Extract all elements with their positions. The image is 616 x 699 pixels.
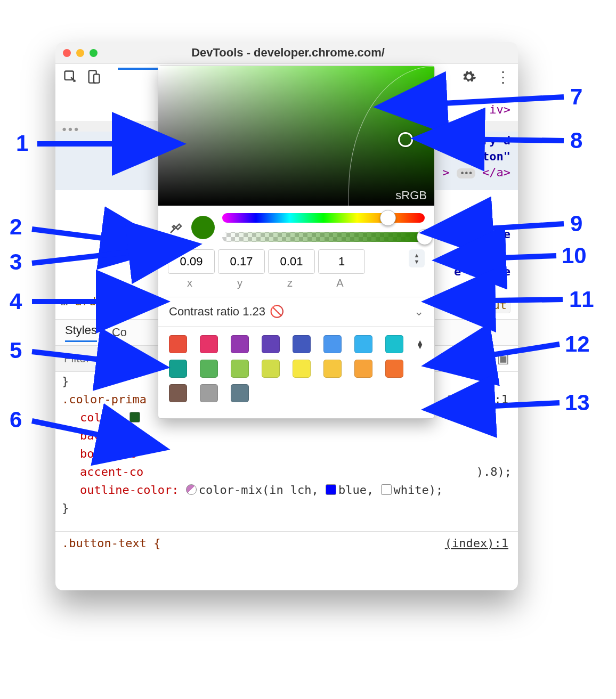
palette-swatch[interactable] [323,335,342,353]
channel-z-input[interactable] [268,249,315,274]
callout-9: 9 [570,211,582,237]
callout-7: 7 [570,84,582,110]
callout-3: 3 [10,249,22,275]
channel-values: x y z A ▲▼ [158,249,434,297]
diagram-stage: DevTools - developer.chrome.com/ ⋮ iv> r… [0,0,616,699]
color-mix-chip[interactable] [186,484,197,495]
eyedropper-icon[interactable] [168,220,184,235]
tab-computed[interactable]: Co [112,326,127,339]
palette-swatch[interactable] [231,384,249,402]
css-prop[interactable]: backgr [80,429,122,442]
css-selector[interactable]: .button-text { [62,537,160,550]
palette-swatch[interactable] [262,335,280,353]
palette-swatch[interactable] [169,384,187,402]
format-stepper[interactable]: ▲▼ [409,249,425,267]
contrast-row[interactable]: Contrast ratio 1.23 🚫 ⌄ [158,297,434,326]
palette-stepper[interactable]: ▲▼ [416,340,424,348]
shade-field[interactable]: sRGB [158,66,434,206]
hue-slider[interactable] [222,213,425,223]
hover-icon[interactable]: ⊕ [477,351,488,366]
devtools-window: DevTools - developer.chrome.com/ ⋮ iv> r… [55,42,518,590]
palette-swatch[interactable] [231,335,249,353]
code-snippet: e rounde [454,265,510,278]
callout-11: 11 [569,287,594,312]
hue-thumb[interactable] [380,210,396,226]
css-prop[interactable]: border-c [80,447,136,460]
code-snippet: e rounde [454,227,510,241]
palette-row [169,360,424,378]
callout-5: 5 [10,338,22,363]
palette-swatch[interactable] [354,335,372,353]
palette-swatch[interactable] [323,360,342,378]
palette-swatch[interactable] [293,335,311,353]
code-snippet: out [482,297,510,313]
palette-swatch[interactable] [385,335,403,353]
channel-y-input[interactable] [218,249,265,274]
source-link[interactable]: (index):1 [445,391,508,409]
gamut-boundary [348,66,434,206]
ellipsis-icon: ••• [61,123,79,136]
chevron-down-icon[interactable]: ⌄ [414,305,424,319]
css-prop[interactable]: accent-co [80,465,143,478]
css-selector[interactable]: .color-prima [62,393,147,406]
callout-10: 10 [562,243,587,269]
css-prop[interactable]: outline-color: [80,483,179,497]
callout-8: 8 [570,128,582,153]
callout-1: 1 [16,131,28,156]
toggle-classes-icon[interactable]: ▣ [497,351,509,366]
kebab-icon[interactable]: ⋮ [496,68,510,86]
palette-row [169,384,424,402]
palette-swatch[interactable] [262,360,280,378]
code-snippet: > ••• </a> [442,166,510,179]
source-link[interactable]: (index):1 [445,534,508,552]
callout-6: 6 [10,407,22,433]
contrast-fail-icon: 🚫 [270,305,284,319]
palette-swatch[interactable] [200,360,218,378]
current-color-swatch [191,216,215,239]
rule-divider [55,531,518,532]
callout-2: 2 [10,214,22,240]
filter-input[interactable] [55,346,168,371]
palette-swatch[interactable] [293,360,311,378]
channel-a-input[interactable] [318,249,365,274]
inspect-icon[interactable] [63,69,78,84]
alpha-thumb[interactable] [417,229,433,245]
tab-styles[interactable]: Styles [65,323,97,342]
window-title: DevTools - developer.chrome.com/ [66,46,510,60]
styles-rules-2: .button-text { (index):1 [62,534,512,552]
palette-swatch[interactable] [231,360,249,378]
gamut-label: sRGB [395,189,427,202]
gear-icon[interactable] [461,69,476,84]
channel-x-input[interactable] [168,249,215,274]
svg-rect-2 [94,74,100,83]
palette: ▲▼ [158,326,434,418]
code-snippet: rimary d [454,134,510,147]
shade-cursor[interactable] [398,132,413,147]
breadcrumb[interactable]: … ard.hairlin [61,295,152,308]
color-picker: sRGB x y z A ▲▼ Contrast ratio 1.2 [158,66,435,419]
palette-swatch[interactable] [169,360,187,378]
palette-row: ▲▼ [169,335,424,353]
palette-swatch[interactable] [200,335,218,353]
css-prop[interactable]: color: [80,411,122,424]
palette-swatch[interactable] [354,360,372,378]
code-snippet: iv> [489,103,510,116]
titlebar: DevTools - developer.chrome.com/ [55,42,518,64]
callout-13: 13 [565,390,590,416]
alpha-slider[interactable] [222,232,425,242]
code-snippet: utton" [468,150,510,163]
device-toggle-icon[interactable] [86,69,101,84]
palette-swatch[interactable] [200,384,218,402]
callout-4: 4 [10,289,22,314]
palette-swatch[interactable] [169,335,187,353]
palette-swatch[interactable] [385,360,403,378]
callout-12: 12 [565,331,590,357]
